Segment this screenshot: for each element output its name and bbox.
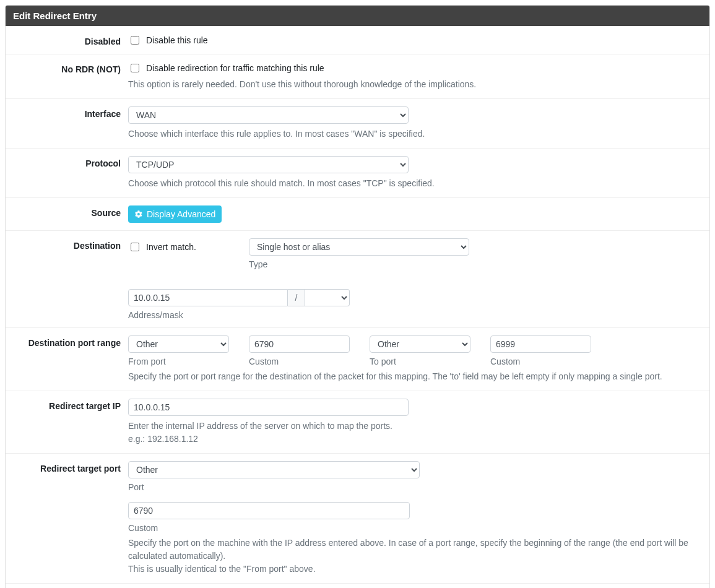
- dest-type-select[interactable]: Single host or alias: [249, 238, 469, 256]
- dest-address-input[interactable]: [128, 289, 288, 306]
- display-advanced-label: Display Advanced: [147, 209, 215, 219]
- label-source: Source: [11, 205, 128, 218]
- rtip-input[interactable]: [128, 399, 409, 416]
- rtip-help1: Enter the internal IP address of the ser…: [128, 420, 701, 433]
- row-disabled: Disabled Disable this rule: [6, 26, 709, 54]
- row-dport: Destination port range Other From port C…: [6, 327, 709, 391]
- dest-address-label: Address/mask: [128, 310, 350, 320]
- row-description: Description A description may be entered…: [6, 583, 709, 588]
- nordr-checkbox-wrapper[interactable]: Disable redirection for traffic matching…: [128, 62, 701, 74]
- dport-from-label: From port: [128, 357, 229, 366]
- protocol-select[interactable]: TCP/UDP: [128, 156, 409, 173]
- dport-from-custom-input[interactable]: [249, 335, 350, 353]
- label-dport: Destination port range: [11, 335, 128, 348]
- display-advanced-button[interactable]: Display Advanced: [128, 205, 222, 223]
- dport-to-label: To port: [370, 357, 470, 366]
- label-interface: Interface: [11, 106, 128, 119]
- row-interface: Interface WAN Choose which interface thi…: [6, 98, 709, 148]
- row-protocol: Protocol TCP/UDP Choose which protocol t…: [6, 148, 709, 197]
- slash-label: /: [288, 289, 305, 306]
- dest-invert-label: Invert match.: [146, 242, 196, 252]
- label-destination: Destination: [11, 238, 128, 251]
- label-nordr: No RDR (NOT): [11, 62, 128, 74]
- dport-to-custom-label: Custom: [490, 357, 591, 366]
- row-rtport: Redirect target port Other Port Custom S…: [6, 453, 709, 583]
- dport-from-select[interactable]: Other: [128, 335, 229, 353]
- gear-icon: [134, 210, 143, 218]
- row-source: Source Display Advanced: [6, 197, 709, 230]
- dest-invert-checkbox[interactable]: [131, 243, 139, 251]
- rtport-help2: This is usually identical to the "From p…: [128, 563, 701, 576]
- row-nordr: No RDR (NOT) Disable redirection for tra…: [6, 54, 709, 98]
- rtport-custom-input[interactable]: [128, 502, 410, 519]
- dest-mask-select[interactable]: [305, 289, 350, 306]
- disabled-checkbox-wrapper[interactable]: Disable this rule: [128, 34, 701, 46]
- nordr-checkbox-label: Disable redirection for traffic matching…: [146, 63, 324, 73]
- edit-redirect-panel: Edit Redirect Entry Disabled Disable thi…: [5, 5, 710, 588]
- label-rtport: Redirect target port: [11, 461, 128, 473]
- dest-invert-wrapper[interactable]: Invert match.: [128, 238, 229, 256]
- rtport-port-label: Port: [128, 482, 420, 492]
- label-disabled: Disabled: [11, 34, 128, 46]
- disabled-checkbox-label: Disable this rule: [146, 35, 208, 45]
- dport-from-custom-label: Custom: [249, 357, 350, 366]
- protocol-help: Choose which protocol this rule should m…: [128, 177, 701, 190]
- rtport-custom-label: Custom: [128, 523, 410, 533]
- dport-to-select[interactable]: Other: [370, 335, 470, 353]
- interface-help: Choose which interface this rule applies…: [128, 128, 701, 141]
- label-protocol: Protocol: [11, 156, 128, 168]
- nordr-checkbox[interactable]: [131, 64, 139, 72]
- dest-type-label: Type: [249, 259, 469, 269]
- row-rtip: Redirect target IP Enter the internal IP…: [6, 391, 709, 453]
- rtport-select[interactable]: Other: [128, 461, 420, 478]
- rtip-help2: e.g.: 192.168.1.12: [128, 433, 701, 446]
- dport-to-custom-input[interactable]: [490, 335, 591, 353]
- disabled-checkbox[interactable]: [131, 36, 139, 45]
- interface-select[interactable]: WAN: [128, 106, 409, 124]
- label-rtip: Redirect target IP: [11, 399, 128, 411]
- dport-help: Specify the port or port range for the d…: [128, 370, 701, 383]
- rtport-help1: Specify the port on the machine with the…: [128, 537, 701, 563]
- row-destination: Destination Invert match. Single host or…: [6, 230, 709, 327]
- nordr-help: This option is rarely needed. Don't use …: [128, 78, 701, 91]
- panel-title: Edit Redirect Entry: [6, 6, 709, 26]
